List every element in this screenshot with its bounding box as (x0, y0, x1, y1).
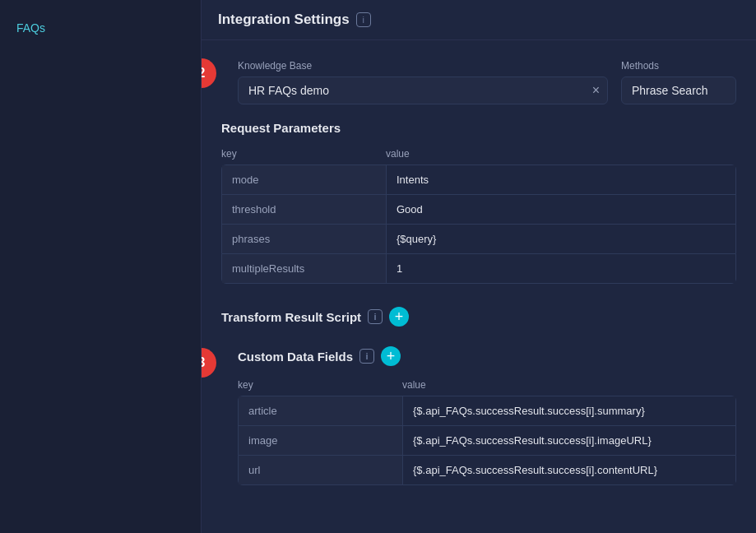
cdf-header: key value (238, 376, 736, 396)
request-parameters-section: Request Parameters key value mode Intent… (202, 114, 756, 297)
params-rows: mode Intents threshold Good phrases {$qu… (221, 165, 736, 284)
cdf-key-header: key (238, 379, 402, 391)
param-value: 1 (387, 254, 735, 283)
custom-data-fields-add-button[interactable]: + (381, 346, 401, 366)
knowledge-base-input[interactable]: HR FAQs demo (238, 76, 608, 104)
knowledge-base-label: Knowledge Base (238, 60, 608, 72)
params-value-header: value (386, 148, 736, 160)
knowledge-base-section: 2 Knowledge Base HR FAQs demo × Methods … (202, 40, 756, 114)
page-header: Integration Settings i (202, 0, 756, 40)
param-key: threshold (222, 195, 387, 224)
param-value: Intents (387, 165, 735, 194)
cdf-key: image (239, 426, 403, 455)
param-key: phrases (222, 225, 387, 253)
transform-result-section: Transform Result Script i + (202, 297, 756, 341)
cdf-row: article {$.api_FAQs.successResult.succes… (238, 396, 736, 425)
param-row: mode Intents (221, 165, 736, 194)
transform-result-add-button[interactable]: + (389, 307, 409, 327)
methods-label: Methods (621, 60, 736, 72)
param-value: {$query} (387, 225, 735, 253)
request-parameters-title: Request Parameters (221, 121, 736, 135)
params-key-header: key (221, 148, 386, 160)
params-header: key value (221, 145, 736, 165)
sidebar: FAQs (0, 0, 202, 533)
cdf-value: {$.api_FAQs.successResult.success[i].ima… (403, 426, 735, 455)
step-2-badge: 2 (202, 58, 216, 88)
cdf-value: {$.api_FAQs.successResult.success[i].con… (403, 456, 735, 484)
sidebar-item-label: FAQs (16, 21, 45, 35)
header-info-icon[interactable]: i (356, 12, 371, 27)
knowledge-base-clear-button[interactable]: × (592, 83, 600, 98)
cdf-rows: article {$.api_FAQs.successResult.succes… (238, 396, 736, 485)
methods-wrap: Methods Phrase Search (621, 60, 736, 104)
main-content: Integration Settings i 2 Knowledge Base … (202, 0, 756, 533)
param-row: multipleResults 1 (221, 253, 736, 284)
custom-data-fields-section: 3 Custom Data Fields i + key value artic… (202, 341, 756, 494)
custom-data-fields-title: Custom Data Fields i + (238, 346, 736, 366)
step-3-badge: 3 (202, 348, 216, 378)
cdf-key: article (239, 396, 403, 425)
cdf-value: {$.api_FAQs.successResult.success[i].sum… (403, 396, 735, 425)
param-row: threshold Good (221, 194, 736, 224)
transform-result-title: Transform Result Script i + (221, 307, 736, 327)
param-key: multipleResults (222, 254, 387, 283)
param-row: phrases {$query} (221, 224, 736, 253)
param-key: mode (222, 165, 387, 194)
cdf-value-header: value (402, 379, 736, 391)
param-value: Good (387, 195, 735, 224)
sidebar-item-faqs[interactable]: FAQs (0, 13, 201, 43)
cdf-row: url {$.api_FAQs.successResult.success[i]… (238, 455, 736, 485)
page-title: Integration Settings (218, 12, 350, 28)
cdf-key: url (239, 456, 403, 484)
knowledge-base-input-container: HR FAQs demo × (238, 76, 608, 104)
cdf-row: image {$.api_FAQs.successResult.success[… (238, 425, 736, 455)
custom-data-fields-info-icon[interactable]: i (359, 349, 374, 364)
knowledge-base-field-wrap: Knowledge Base HR FAQs demo × (238, 60, 608, 104)
transform-result-info-icon[interactable]: i (368, 309, 383, 324)
methods-value[interactable]: Phrase Search (621, 76, 736, 104)
